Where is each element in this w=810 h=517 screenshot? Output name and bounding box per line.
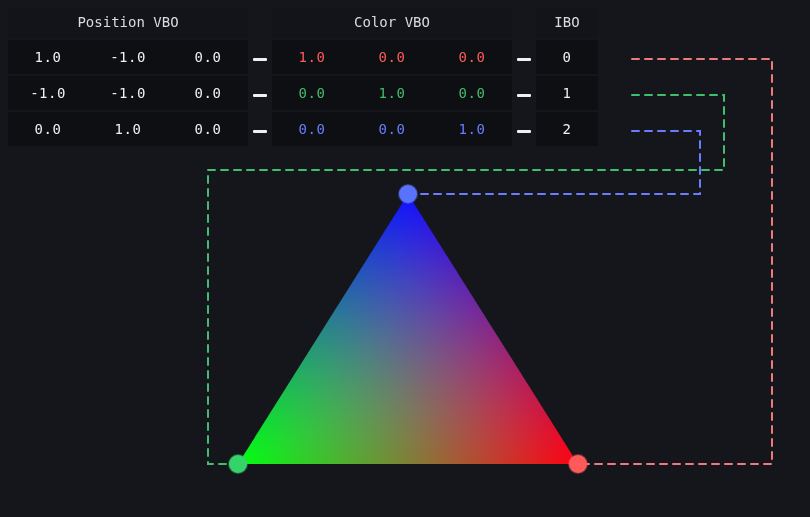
position-vbo-table: Position VBO 1.0 -1.0 0.0 -1.0 -1.0 0.0 … — [8, 8, 248, 146]
ibo-cell: 2 — [536, 112, 598, 146]
table-row: 1.0 0.0 0.0 — [272, 38, 512, 74]
ibo-header: IBO — [536, 8, 598, 38]
color-cell: 0.0 — [352, 112, 432, 146]
table-row: 0.0 1.0 0.0 — [272, 74, 512, 110]
color-cell: 1.0 — [432, 112, 512, 146]
color-cell: 0.0 — [272, 76, 352, 110]
ibo-cell: 1 — [536, 76, 598, 110]
color-cell: 0.0 — [432, 76, 512, 110]
pos-cell: -1.0 — [88, 40, 168, 74]
wire-red — [578, 59, 772, 464]
link-dash-icon — [248, 78, 272, 112]
table-row: 2 — [536, 110, 598, 146]
link-column — [248, 8, 272, 148]
rgb-triangle — [238, 194, 578, 464]
link-dash-icon — [512, 114, 536, 148]
vertex-top-blue — [399, 185, 417, 203]
color-vbo-header: Color VBO — [272, 8, 512, 38]
position-vbo-header: Position VBO — [8, 8, 248, 38]
color-cell: 0.0 — [352, 40, 432, 74]
table-row: 1 — [536, 74, 598, 110]
color-cell: 0.0 — [432, 40, 512, 74]
color-vbo-table: Color VBO 1.0 0.0 0.0 0.0 1.0 0.0 0.0 0.… — [272, 8, 512, 146]
pos-cell: 0.0 — [8, 112, 88, 146]
pos-cell: 0.0 — [168, 112, 248, 146]
link-dash-icon — [512, 42, 536, 76]
pos-cell: -1.0 — [88, 76, 168, 110]
triangle-svg — [238, 194, 578, 464]
vertex-left-green — [229, 455, 247, 473]
pos-cell: 0.0 — [168, 76, 248, 110]
ibo-table: IBO 0 1 2 — [536, 8, 598, 146]
table-row: 0 — [536, 38, 598, 74]
link-column — [512, 8, 536, 148]
table-row: -1.0 -1.0 0.0 — [8, 74, 248, 110]
link-dash-icon — [248, 42, 272, 76]
table-row: 0.0 1.0 0.0 — [8, 110, 248, 146]
pos-cell: 1.0 — [8, 40, 88, 74]
pos-cell: 1.0 — [88, 112, 168, 146]
table-row: 0.0 0.0 1.0 — [272, 110, 512, 146]
svg-rect-4 — [238, 194, 578, 464]
color-cell: 0.0 — [272, 112, 352, 146]
color-cell: 1.0 — [272, 40, 352, 74]
link-dash-icon — [512, 78, 536, 112]
vertex-right-red — [569, 455, 587, 473]
pos-cell: 0.0 — [168, 40, 248, 74]
pos-cell: -1.0 — [8, 76, 88, 110]
ibo-cell: 0 — [536, 40, 598, 74]
color-cell: 1.0 — [352, 76, 432, 110]
table-row: 1.0 -1.0 0.0 — [8, 38, 248, 74]
buffer-tables: Position VBO 1.0 -1.0 0.0 -1.0 -1.0 0.0 … — [8, 8, 598, 148]
link-dash-icon — [248, 114, 272, 148]
